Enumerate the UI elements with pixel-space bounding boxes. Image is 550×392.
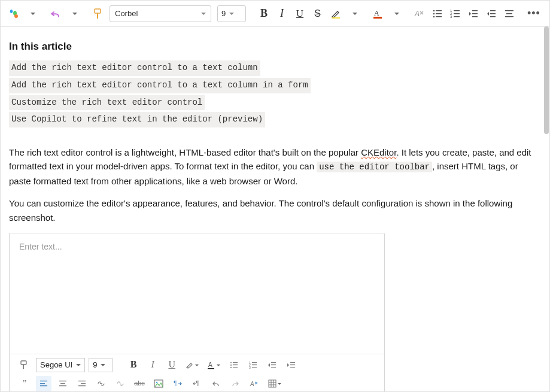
increase-indent-button[interactable] [284,357,299,373]
more-button[interactable]: ••• [525,5,543,23]
svg-rect-18 [472,10,478,11]
decrease-indent-button[interactable] [265,357,280,373]
font-color-button[interactable]: A [205,357,223,373]
copilot-icon[interactable] [5,5,22,23]
undo-button[interactable] [47,5,64,23]
toc-item[interactable]: Add the rich text editor control to a te… [9,60,260,76]
preview-size-select[interactable]: 9 [89,358,113,372]
svg-text:A: A [374,9,379,17]
unlink-button[interactable] [113,376,128,391]
svg-text:3: 3 [249,366,251,369]
decrease-indent-button[interactable] [465,5,482,23]
svg-rect-13 [454,10,460,11]
svg-point-30 [230,362,232,363]
svg-rect-25 [506,13,512,14]
svg-rect-53 [59,385,66,386]
svg-rect-47 [290,367,295,367]
font-family-value: Corbel [115,9,138,18]
align-right-button[interactable] [74,376,90,391]
svg-rect-27 [21,361,26,364]
bullet-list-button[interactable] [226,357,242,373]
editor-preview-screenshot: Enter text... Segoe UI 9 B I U [9,233,385,391]
svg-rect-51 [59,381,66,381]
svg-rect-17 [454,16,460,17]
svg-point-8 [433,13,435,14]
bold-button[interactable]: B [126,357,141,373]
increase-indent-button[interactable] [483,5,500,23]
numbered-list-button[interactable]: 123 [245,357,261,373]
toc-item[interactable]: Add the rich text editor control to a te… [9,78,311,93]
chevron-down-icon [229,9,234,18]
highlight-dropdown[interactable] [345,5,362,23]
svg-rect-23 [490,16,496,17]
highlight-button[interactable] [183,357,201,373]
chevron-down-icon [76,359,81,371]
highlight-button[interactable] [327,5,344,23]
font-size-select[interactable]: 9 [217,5,246,22]
bold-button[interactable]: B [256,5,272,23]
editor-content[interactable]: In this article Add the rich text editor… [1,27,549,391]
svg-rect-41 [252,367,257,367]
image-button[interactable] [151,376,166,391]
svg-rect-62 [269,380,276,387]
inline-code: use the editor toolbar [317,162,432,172]
main-toolbar: Corbel 9 B I U S A A 123 ••• [1,1,549,27]
strikethrough-button[interactable]: S [309,5,326,23]
scrollbar-thumb[interactable] [544,26,549,134]
svg-text:¶: ¶ [174,380,177,387]
font-color-dropdown[interactable] [387,5,404,23]
svg-point-6 [433,10,435,11]
preview-font-select[interactable]: Segoe UI [36,358,85,372]
svg-rect-20 [472,16,478,17]
svg-rect-33 [233,364,238,365]
svg-point-0 [14,14,18,18]
paragraph: You can customize the editor's appearanc… [9,196,540,224]
svg-rect-42 [271,362,276,363]
svg-rect-52 [60,383,65,384]
strikethrough-button[interactable]: abc [132,376,147,391]
underline-button[interactable]: U [291,5,308,23]
svg-point-32 [230,364,232,366]
italic-button[interactable]: I [274,5,290,23]
chevron-down-icon [101,359,105,371]
svg-rect-46 [290,364,295,365]
align-left-button[interactable] [36,376,51,391]
svg-rect-22 [490,13,496,14]
copilot-dropdown[interactable] [23,5,40,23]
svg-rect-44 [271,367,276,367]
svg-rect-2 [332,17,340,19]
svg-rect-56 [78,385,86,386]
ltr-button[interactable]: ¶ [170,376,186,391]
clear-formatting-button[interactable]: A [247,376,262,391]
svg-rect-11 [436,16,442,17]
font-color-button[interactable]: A [369,5,386,23]
svg-rect-9 [436,13,442,14]
font-size-value: 9 [221,9,226,18]
italic-button[interactable]: I [145,357,160,373]
undo-dropdown[interactable] [65,5,82,23]
format-painter-icon[interactable] [89,5,106,23]
undo-button[interactable] [208,376,224,391]
numbered-list-button[interactable]: 123 [447,5,464,23]
rtl-button[interactable]: ¶ [189,376,205,391]
align-button[interactable] [501,5,518,23]
blockquote-button[interactable]: ” [17,376,32,391]
bullet-list-button[interactable] [429,5,446,23]
svg-rect-29 [208,368,214,369]
table-button[interactable] [266,376,284,391]
align-center-button[interactable] [55,376,71,391]
clear-formatting-button[interactable]: A [411,5,428,23]
font-family-select[interactable]: Corbel [110,5,211,22]
redo-button[interactable] [227,376,243,391]
link-button[interactable] [93,376,109,391]
format-painter-icon[interactable] [17,357,32,373]
svg-rect-19 [472,13,478,14]
svg-rect-54 [78,381,86,381]
svg-rect-7 [436,10,442,11]
svg-rect-49 [40,383,45,384]
toc-item[interactable]: Customize the rich text editor control [9,95,205,111]
underline-button[interactable]: U [164,357,180,373]
toc-item[interactable]: Use Copilot to refine text in the editor… [9,112,265,127]
svg-rect-43 [271,364,276,365]
svg-text:A: A [208,361,212,368]
